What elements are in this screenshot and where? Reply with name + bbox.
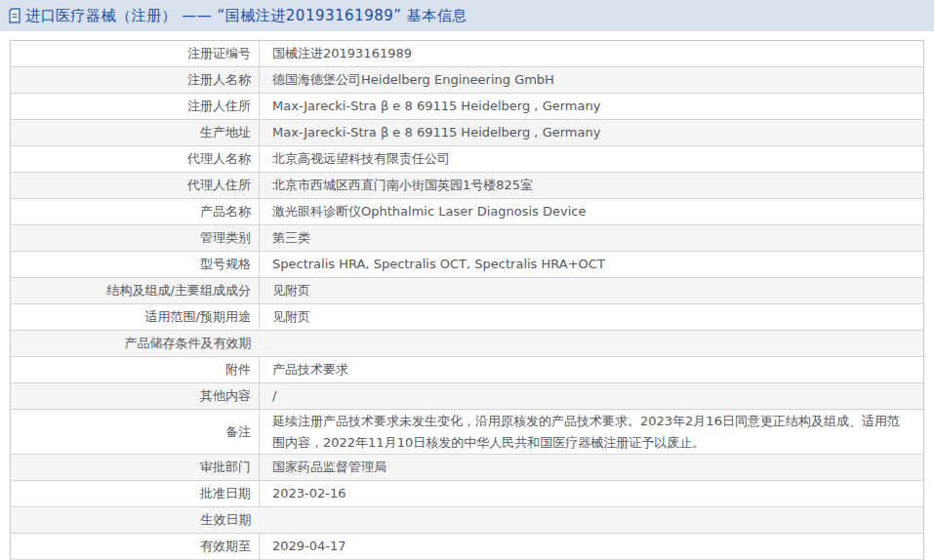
table-row-agent-name: 代理人名称 北京高视远望科技有限责任公司	[11, 146, 924, 173]
document-icon	[8, 8, 21, 23]
registration-info-table: 注册证编号 国械注进20193161989 注册人名称 德国海德堡公司Heide…	[10, 40, 924, 560]
registration-info-panel: 注册证编号 国械注进20193161989 注册人名称 德国海德堡公司Heide…	[10, 40, 924, 560]
field-value: 激光眼科诊断仪Ophthalmic Laser Diagnosis Device	[260, 199, 924, 225]
field-value: 见附页	[260, 278, 924, 304]
table-row-registrant-address: 注册人住所 Max-Jarecki-Stra β e 8 69115 Heide…	[11, 94, 924, 120]
table-row-effective-date: 生效日期	[11, 507, 924, 534]
table-row-production-address: 生产地址 Max-Jarecki-Stra β e 8 69115 Heidel…	[11, 120, 924, 146]
table-row-certificate-no: 注册证编号 国械注进20193161989	[11, 41, 924, 67]
field-value: 第三类	[260, 225, 924, 252]
table-row-product-name: 产品名称 激光眼科诊断仪Ophthalmic Laser Diagnosis D…	[11, 199, 924, 225]
table-row-approval-date: 批准日期 2023-02-16	[11, 481, 924, 507]
field-label: 型号规格	[11, 252, 260, 278]
field-value: 2023-02-16	[260, 481, 924, 507]
field-label: 其他内容	[11, 383, 260, 410]
field-value: 北京高视远望科技有限责任公司	[260, 146, 924, 173]
field-label: 注册人名称	[11, 67, 260, 94]
table-row-other-content: 其他内容 /	[11, 383, 924, 410]
field-value: /	[260, 383, 924, 410]
field-value: 北京市西城区西直门南小街国英园1号楼825室	[260, 173, 924, 199]
page-header: 进口医疗器械（注册） —— “国械注进20193161989” 基本信息	[0, 0, 934, 31]
field-value: 2029-04-17	[260, 534, 924, 560]
field-value: Spectralis HRA, Spectralis OCT, Spectral…	[260, 252, 924, 278]
field-label: 生产地址	[11, 120, 260, 146]
field-value: 产品技术要求	[260, 357, 924, 383]
table-row-approval-department: 审批部门 国家药品监督管理局	[11, 455, 924, 481]
field-label: 管理类别	[11, 225, 260, 252]
field-label: 生效日期	[11, 507, 260, 534]
page-title: 进口医疗器械（注册） —— “国械注进20193161989” 基本信息	[25, 7, 467, 25]
table-row-registrant-name: 注册人名称 德国海德堡公司Heidelberg Engineering GmbH	[11, 67, 924, 94]
field-value: 见附页	[260, 304, 924, 331]
field-value	[260, 331, 924, 357]
table-row-management-category: 管理类别 第三类	[11, 225, 924, 252]
table-row-structure-composition: 结构及组成/主要组成成分 见附页	[11, 278, 924, 304]
field-value: Max-Jarecki-Stra β e 8 69115 Heidelberg …	[260, 94, 924, 120]
field-label: 结构及组成/主要组成成分	[11, 278, 260, 304]
field-label: 有效期至	[11, 534, 260, 560]
table-row-agent-address: 代理人住所 北京市西城区西直门南小街国英园1号楼825室	[11, 173, 924, 199]
field-label: 审批部门	[11, 455, 260, 481]
table-row-expiry-date: 有效期至 2029-04-17	[11, 534, 924, 560]
field-label: 注册人住所	[11, 94, 260, 120]
field-value: 延续注册产品技术要求未发生变化，沿用原核发的产品技术要求。2023年2月16日同…	[260, 410, 924, 455]
table-row-model-spec: 型号规格 Spectralis HRA, Spectralis OCT, Spe…	[11, 252, 924, 278]
table-row-remarks: 备注 延续注册产品技术要求未发生变化，沿用原核发的产品技术要求。2023年2月1…	[11, 410, 924, 455]
field-label: 产品名称	[11, 199, 260, 225]
field-value: Max-Jarecki-Stra β e 8 69115 Heidelberg …	[260, 120, 924, 146]
field-label: 代理人住所	[11, 173, 260, 199]
table-row-attachment: 附件 产品技术要求	[11, 357, 924, 383]
field-label: 批准日期	[11, 481, 260, 507]
field-value: 国械注进20193161989	[260, 41, 924, 67]
table-row-scope-of-use: 适用范围/预期用途 见附页	[11, 304, 924, 331]
field-value: 国家药品监督管理局	[260, 455, 924, 481]
table-row-storage-conditions: 产品储存条件及有效期	[11, 331, 924, 357]
field-label: 附件	[11, 357, 260, 383]
field-value: 德国海德堡公司Heidelberg Engineering GmbH	[260, 67, 924, 94]
field-label: 代理人名称	[11, 146, 260, 173]
field-value	[260, 507, 924, 534]
field-label: 产品储存条件及有效期	[11, 331, 260, 357]
field-label: 备注	[11, 410, 260, 455]
field-label: 注册证编号	[11, 41, 260, 67]
field-label: 适用范围/预期用途	[11, 304, 260, 331]
